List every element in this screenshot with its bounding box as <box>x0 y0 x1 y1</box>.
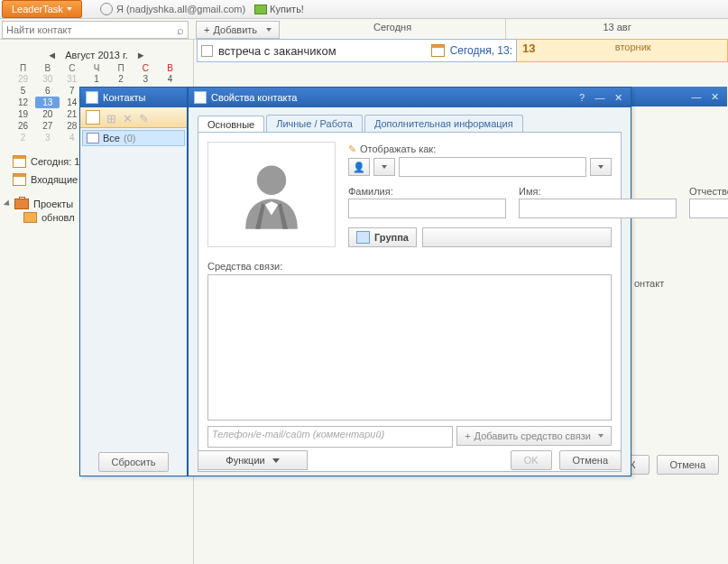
column-today: Сегодня <box>280 19 505 39</box>
group-label: Все <box>103 133 120 143</box>
chevron-down-icon <box>272 458 280 463</box>
display-as-label: ✎Отображать как: <box>348 143 612 155</box>
contacts-toolbar: ⊞ ✕ ✎ <box>80 107 187 128</box>
svg-point-0 <box>257 165 286 194</box>
window-title: Контакты <box>103 92 146 103</box>
background-text: онтакт <box>634 278 664 289</box>
titlebar[interactable]: Контакты <box>80 88 187 107</box>
avatar[interactable] <box>207 142 336 247</box>
calendar-icon <box>13 173 26 186</box>
reset-button[interactable]: Сбросить <box>98 452 170 472</box>
firstname-input[interactable] <box>519 199 677 218</box>
titlebar[interactable]: Свойства контакта ? — ✕ <box>189 88 631 107</box>
globe-icon <box>100 3 113 15</box>
contact-properties-window: Свойства контакта ? — ✕ Основные Личные … <box>188 87 631 476</box>
group-icon <box>356 231 370 244</box>
calendar-nav: ◄ Август 2013 г. ► <box>0 50 193 60</box>
next-month[interactable]: ► <box>131 50 152 60</box>
chevron-down-icon <box>598 165 604 169</box>
folder-icon <box>23 212 37 223</box>
display-as-input[interactable] <box>399 157 586 177</box>
minimize-icon[interactable]: — <box>593 91 607 104</box>
window-title: Свойства контакта <box>211 92 298 103</box>
search-box[interactable]: ⌕ <box>2 21 189 39</box>
type-combo[interactable]: 👤 <box>348 158 370 176</box>
day-number: 13 <box>522 42 535 55</box>
buy-button[interactable]: Купить! <box>254 4 304 14</box>
window-icon <box>194 91 207 104</box>
expand-icon <box>4 199 12 208</box>
calendar-icon <box>13 155 26 168</box>
contacts-window: Контакты ⊞ ✕ ✎ Все (0) Сбросить <box>79 87 188 476</box>
cancel-button[interactable]: Отмена <box>559 450 622 470</box>
help-icon[interactable]: ? <box>575 91 589 104</box>
day-header[interactable]: 13 вторник <box>517 39 728 62</box>
group-all[interactable]: Все (0) <box>82 130 185 146</box>
chevron-down-icon <box>382 165 387 169</box>
add-comm-button[interactable]: +Добавить средство связи <box>456 426 612 446</box>
calendar-icon <box>431 44 445 57</box>
sidebar-label: Входящие с <box>31 174 86 185</box>
add-button[interactable]: + Добавить <box>196 21 280 39</box>
day-of-week: вторник <box>615 42 651 52</box>
group-button[interactable]: Группа <box>348 227 417 247</box>
firstname-label: Имя: <box>519 186 677 197</box>
middlename-label: Отчество: <box>689 186 728 197</box>
functions-button[interactable]: Функции <box>198 450 308 470</box>
search-icon[interactable]: ⌕ <box>173 23 188 37</box>
window-icon <box>86 91 98 104</box>
plus-icon: + <box>465 430 470 441</box>
middlename-input[interactable] <box>689 199 728 218</box>
task-row[interactable]: встреча с заканчиком Сегодня, 13: <box>197 39 517 62</box>
chevron-down-icon <box>598 434 604 438</box>
add-contact-icon[interactable] <box>86 110 100 125</box>
task-due: Сегодня, 13: <box>450 44 512 57</box>
comm-label: Средства связи: <box>207 261 612 272</box>
person-small-icon: 👤 <box>353 162 365 173</box>
pencil-icon: ✎ <box>348 143 356 154</box>
tab-main[interactable]: Основные <box>198 116 264 133</box>
group-field[interactable] <box>422 227 612 247</box>
sidebar-label: обновл <box>41 212 75 223</box>
functions-label: Функции <box>226 455 264 466</box>
calendar-title: Август 2013 г. <box>65 50 127 60</box>
person-icon <box>231 154 312 236</box>
group-count: (0) <box>124 133 135 143</box>
search-input[interactable] <box>3 24 173 35</box>
background-window-titlebar: — ✕ <box>631 87 727 106</box>
add-comm-label: Добавить средство связи <box>475 430 591 441</box>
prev-month[interactable]: ◄ <box>41 50 62 60</box>
account-text: Я (nadjyshka.all@gmail.com) <box>116 4 245 14</box>
ok-button[interactable]: OK <box>511 450 552 470</box>
add-label: Добавить <box>213 24 257 35</box>
close-icon[interactable]: ✕ <box>707 91 722 103</box>
group-icon <box>87 133 99 143</box>
type-combo-drop[interactable] <box>373 158 395 176</box>
chevron-down-icon <box>67 7 72 11</box>
briefcase-icon <box>14 199 29 209</box>
tab-panel: ✎Отображать как: 👤 Фамилия: Имя: Отчеств… <box>198 132 622 472</box>
lastname-label: Фамилия: <box>348 186 506 197</box>
app-menu-button[interactable]: LeaderTask <box>2 0 82 18</box>
comm-input[interactable]: Телефон/e-mail/сайт (комментарий) <box>207 426 453 448</box>
checkbox[interactable] <box>201 45 213 57</box>
tab-extra[interactable]: Дополнительная информация <box>364 115 523 132</box>
plus-icon: + <box>204 24 209 35</box>
group-btn-label: Группа <box>374 232 409 243</box>
cash-icon <box>254 5 267 14</box>
comm-list <box>207 274 612 421</box>
display-as-drop[interactable] <box>590 158 612 176</box>
calendar-dow: П В С Ч П С В <box>11 63 182 73</box>
minimize-icon[interactable]: — <box>689 91 704 102</box>
account-label[interactable]: Я (nadjyshka.all@gmail.com) <box>100 3 245 15</box>
delete-icon[interactable]: ✕ <box>122 112 133 123</box>
edit-icon[interactable]: ✎ <box>138 112 149 123</box>
buy-label: Купить! <box>270 4 304 14</box>
add-icon[interactable]: ⊞ <box>106 112 116 123</box>
app-name: LeaderTask <box>12 4 63 14</box>
bg-cancel-button[interactable]: Отмена <box>657 455 719 475</box>
lastname-input[interactable] <box>348 199 506 218</box>
column-date: 13 авг <box>505 19 728 39</box>
tab-personal[interactable]: Личные / Работа <box>266 115 363 132</box>
close-icon[interactable]: ✕ <box>611 91 625 104</box>
